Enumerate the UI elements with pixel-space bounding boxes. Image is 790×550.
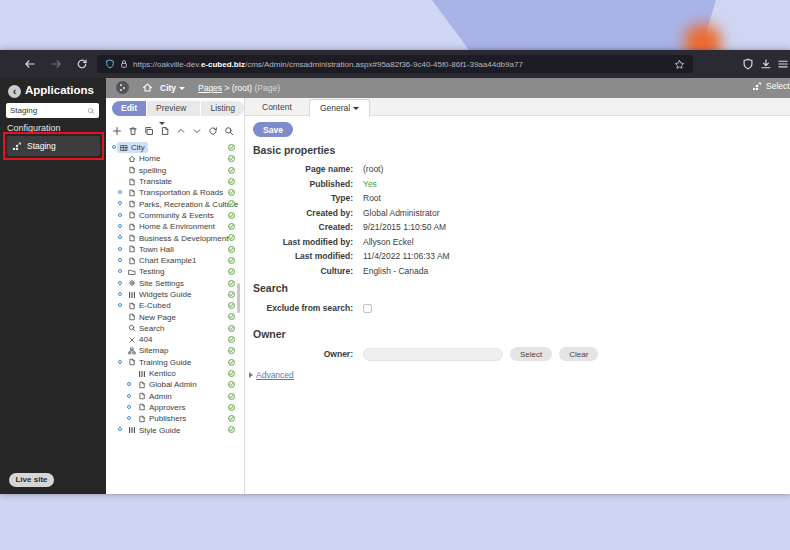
expand-icon[interactable] [118,360,122,364]
apps-menu-icon[interactable] [116,81,129,94]
staging-server-indicator[interactable]: Select [752,81,790,91]
breadcrumb: Pages > (root) (Page) [198,83,280,93]
plus-icon[interactable] [112,126,122,136]
expand-icon[interactable] [118,201,122,205]
refresh-icon[interactable] [76,58,88,70]
live-site-button[interactable]: Live site [9,473,54,487]
tree-item[interactable]: Community & Events [106,210,245,221]
expand-icon[interactable] [127,405,131,409]
advanced-toggle[interactable]: Advanced [249,370,294,380]
back-circle-icon[interactable]: ‹ [8,85,21,98]
tree-item[interactable]: Town Hall [106,244,245,255]
tree-item[interactable]: Global Admin [106,379,245,390]
owner-input[interactable] [363,348,503,361]
field-value: English - Canada [363,266,428,276]
search-icon[interactable] [224,126,234,136]
tree-item[interactable]: Chart Example1 [106,255,245,266]
tree-item[interactable]: Business & Development [106,232,245,243]
save-button[interactable]: Save [253,122,293,137]
expand-icon[interactable] [118,190,122,194]
lock-icon[interactable] [119,59,129,69]
expand-icon[interactable] [118,247,122,251]
chevron-down-icon [179,87,185,90]
home-icon[interactable] [142,82,153,93]
menu-icon[interactable] [777,58,789,70]
tree-item[interactable]: Admin [106,391,245,402]
tab-general[interactable]: General [309,99,370,117]
expand-icon[interactable] [118,281,122,285]
breadcrumb-pages-link[interactable]: Pages [198,83,222,93]
tree-item[interactable]: Testing [106,266,245,277]
expand-icon[interactable] [118,235,122,239]
tree-item[interactable]: Publishers [106,413,245,424]
sidebar-item-staging[interactable]: Staging [7,136,100,156]
tree-item[interactable]: Widgets Guide [106,289,245,300]
expand-icon[interactable] [112,145,116,149]
expand-icon[interactable] [127,416,131,420]
table-icon [120,144,128,152]
file-icon [128,234,136,242]
expand-icon[interactable] [118,213,122,217]
tree-item[interactable]: Site Settings [106,278,245,289]
protections-shield-icon[interactable] [742,58,754,70]
tree-item[interactable]: Kentico [106,368,245,379]
staging-icon [12,141,22,151]
owner-clear-button[interactable]: Clear [559,347,598,361]
property-row: Published: Yes [253,177,673,192]
tree-scrollbar[interactable] [237,283,240,313]
grid-icon [128,426,136,434]
expand-icon[interactable] [118,258,122,262]
expand-icon[interactable] [118,303,122,307]
mode-tab-preview[interactable]: Preview [147,101,200,116]
tree-item[interactable]: Transportation & Roads [106,187,245,198]
search-icon [87,107,95,115]
application-search-input[interactable] [10,106,87,115]
trash-icon[interactable] [128,126,138,136]
expand-icon[interactable] [118,292,122,296]
tree-item[interactable]: E-Cubed [106,300,245,311]
exclude-from-search-checkbox[interactable] [363,304,372,313]
tree-item[interactable]: Sitemap [106,345,245,356]
file-icon[interactable] [160,126,170,136]
forward-icon[interactable] [50,58,62,70]
tree-item[interactable]: New Page [106,311,245,322]
tab-content[interactable]: Content [262,98,292,116]
tree-item[interactable]: Training Guide [106,357,245,368]
url-bar[interactable]: https://oakville-dev.e-cubed.biz/cms/Adm… [97,55,693,73]
expand-icon[interactable] [118,224,122,228]
tree-item[interactable]: Home & Environment [106,221,245,232]
download-icon[interactable] [760,58,772,70]
field-value: Allyson Eckel [363,237,414,247]
chevron-up-icon[interactable] [176,126,186,136]
copy-icon[interactable] [144,126,154,136]
published-check-icon [228,313,235,320]
mode-tab-listing[interactable]: Listing [201,101,244,116]
refresh-icon[interactable] [208,126,218,136]
back-icon[interactable] [24,58,36,70]
tree-item[interactable]: Style Guide [106,424,245,435]
application-search[interactable] [6,103,99,118]
expand-icon[interactable] [118,427,122,431]
tree-item[interactable]: Home [106,153,245,164]
bookmark-star-icon[interactable] [674,59,685,70]
property-row: Last modified: 11/4/2022 11:06:33 AM [253,249,673,264]
field-label: Last modified by: [253,237,353,247]
expand-icon[interactable] [118,269,122,273]
tree-item[interactable]: Search [106,323,245,334]
field-label: Exclude from search: [253,303,353,313]
expand-icon[interactable] [127,382,131,386]
tree-item[interactable]: City [106,142,245,153]
tree-item[interactable]: Approvers [106,402,245,413]
tree-item[interactable]: Parks, Recreation & Culture [106,198,245,209]
chevron-down-icon[interactable] [192,126,202,136]
browser-toolbar: https://oakville-dev.e-cubed.biz/cms/Adm… [0,50,790,78]
mode-tab-edit[interactable]: Edit [112,101,146,116]
expand-icon[interactable] [127,394,131,398]
owner-select-button[interactable]: Select [510,347,552,361]
tree-item[interactable]: spelling [106,165,245,176]
tree-item[interactable]: 404 [106,334,245,345]
tracking-shield-icon[interactable] [105,59,115,69]
tree-item[interactable]: Translate [106,176,245,187]
site-selector[interactable]: City [160,83,185,93]
advanced-link[interactable]: Advanced [256,370,294,380]
